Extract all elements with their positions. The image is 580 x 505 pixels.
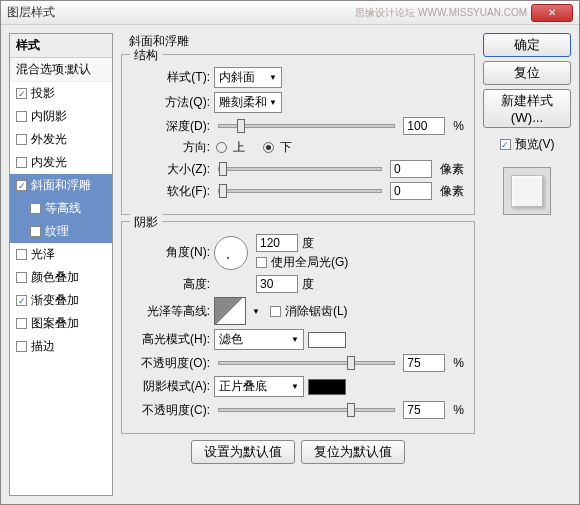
shadow-opacity-label: 不透明度(C): <box>132 402 210 419</box>
altitude-label: 高度: <box>132 276 210 293</box>
depth-slider[interactable] <box>218 124 395 128</box>
style-checkbox[interactable] <box>30 203 41 214</box>
panel-title: 斜面和浮雕 <box>129 33 475 50</box>
shadow-mode-label: 阴影模式(A): <box>132 378 210 395</box>
ok-button[interactable]: 确定 <box>483 33 571 57</box>
angle-input[interactable]: 120 <box>256 234 298 252</box>
style-checkbox[interactable] <box>16 157 27 168</box>
style-item-内阴影[interactable]: 内阴影 <box>10 105 112 128</box>
preview-swatch <box>503 167 551 215</box>
style-checkbox[interactable] <box>30 226 41 237</box>
style-item-外发光[interactable]: 外发光 <box>10 128 112 151</box>
layer-style-dialog: 图层样式 思缘设计论坛 WWW.MISSYUAN.COM ✕ 样式 混合选项:默… <box>0 0 580 505</box>
soften-label: 软化(F): <box>132 183 210 200</box>
chevron-down-icon: ▼ <box>291 382 299 391</box>
style-item-纹理[interactable]: 纹理 <box>10 220 112 243</box>
highlight-mode-label: 高光模式(H): <box>132 331 210 348</box>
style-item-label: 内发光 <box>31 154 67 171</box>
size-input[interactable]: 0 <box>390 160 432 178</box>
antialias-label: 消除锯齿(L) <box>285 303 348 320</box>
size-slider[interactable] <box>218 167 382 171</box>
style-checkbox[interactable] <box>16 249 27 260</box>
blending-options[interactable]: 混合选项:默认 <box>10 58 112 82</box>
style-checkbox[interactable] <box>16 111 27 122</box>
altitude-input[interactable]: 30 <box>256 275 298 293</box>
chevron-down-icon: ▼ <box>291 335 299 344</box>
shadow-opacity-input[interactable]: 75 <box>403 401 445 419</box>
style-item-颜色叠加[interactable]: 颜色叠加 <box>10 266 112 289</box>
style-item-描边[interactable]: 描边 <box>10 335 112 358</box>
gloss-contour-picker[interactable] <box>214 297 246 325</box>
style-item-label: 渐变叠加 <box>31 292 79 309</box>
new-style-button[interactable]: 新建样式(W)... <box>483 89 571 128</box>
shadow-opacity-unit: % <box>453 403 464 417</box>
style-item-光泽[interactable]: 光泽 <box>10 243 112 266</box>
style-item-label: 颜色叠加 <box>31 269 79 286</box>
shadow-mode-select[interactable]: 正片叠底▼ <box>214 376 304 397</box>
dialog-buttons: 确定 复位 新建样式(W)... ✓ 预览(V) <box>483 33 571 496</box>
shading-legend: 阴影 <box>130 214 162 231</box>
style-checkbox[interactable] <box>16 341 27 352</box>
shadow-opacity-slider[interactable] <box>218 408 395 412</box>
titlebar[interactable]: 图层样式 思缘设计论坛 WWW.MISSYUAN.COM ✕ <box>1 1 579 25</box>
reset-default-button[interactable]: 复位为默认值 <box>301 440 405 464</box>
preview-checkbox[interactable]: ✓ <box>500 139 511 150</box>
shadow-color-swatch[interactable] <box>308 379 346 395</box>
soften-input[interactable]: 0 <box>390 182 432 200</box>
style-item-内发光[interactable]: 内发光 <box>10 151 112 174</box>
highlight-opacity-slider[interactable] <box>218 361 395 365</box>
style-checkbox[interactable]: ✓ <box>16 295 27 306</box>
angle-label: 角度(N): <box>132 244 210 261</box>
structure-legend: 结构 <box>130 47 162 64</box>
chevron-down-icon[interactable]: ▼ <box>252 307 260 316</box>
global-light-label: 使用全局光(G) <box>271 254 348 271</box>
preview-label: 预览(V) <box>515 136 555 153</box>
chevron-down-icon: ▼ <box>269 73 277 82</box>
depth-label: 深度(D): <box>132 118 210 135</box>
direction-down-radio[interactable] <box>263 142 274 153</box>
style-item-斜面和浮雕[interactable]: ✓斜面和浮雕 <box>10 174 112 197</box>
size-label: 大小(Z): <box>132 161 210 178</box>
style-item-label: 光泽 <box>31 246 55 263</box>
style-item-图案叠加[interactable]: 图案叠加 <box>10 312 112 335</box>
window-title: 图层样式 <box>7 4 355 21</box>
style-checkbox[interactable]: ✓ <box>16 180 27 191</box>
size-unit: 像素 <box>440 161 464 178</box>
style-checkbox[interactable] <box>16 318 27 329</box>
altitude-unit: 度 <box>302 276 314 293</box>
cancel-button[interactable]: 复位 <box>483 61 571 85</box>
shading-group: 阴影 角度(N): 120 度 使用全局光(G) <box>121 221 475 434</box>
style-item-投影[interactable]: ✓投影 <box>10 82 112 105</box>
highlight-opacity-label: 不透明度(O): <box>132 355 210 372</box>
style-item-label: 斜面和浮雕 <box>31 177 91 194</box>
settings-panel: 斜面和浮雕 结构 样式(T): 内斜面▼ 方法(Q): 雕刻柔和▼ 深度(D):… <box>121 33 475 496</box>
style-select[interactable]: 内斜面▼ <box>214 67 282 88</box>
style-checkbox[interactable]: ✓ <box>16 88 27 99</box>
direction-label: 方向: <box>132 139 210 156</box>
highlight-opacity-unit: % <box>453 356 464 370</box>
depth-unit: % <box>453 119 464 133</box>
highlight-color-swatch[interactable] <box>308 332 346 348</box>
style-checkbox[interactable] <box>16 134 27 145</box>
soften-unit: 像素 <box>440 183 464 200</box>
global-light-checkbox[interactable] <box>256 257 267 268</box>
style-item-label: 等高线 <box>45 200 81 217</box>
antialias-checkbox[interactable] <box>270 306 281 317</box>
soften-slider[interactable] <box>218 189 382 193</box>
style-item-等高线[interactable]: 等高线 <box>10 197 112 220</box>
direction-up-radio[interactable] <box>216 142 227 153</box>
close-icon[interactable]: ✕ <box>531 4 573 22</box>
style-item-渐变叠加[interactable]: ✓渐变叠加 <box>10 289 112 312</box>
depth-input[interactable]: 100 <box>403 117 445 135</box>
angle-unit: 度 <box>302 235 314 252</box>
technique-select[interactable]: 雕刻柔和▼ <box>214 92 282 113</box>
highlight-mode-select[interactable]: 滤色▼ <box>214 329 304 350</box>
angle-dial[interactable] <box>214 236 248 270</box>
make-default-button[interactable]: 设置为默认值 <box>191 440 295 464</box>
style-checkbox[interactable] <box>16 272 27 283</box>
style-label: 样式(T): <box>132 69 210 86</box>
styles-list: 样式 混合选项:默认 ✓投影内阴影外发光内发光✓斜面和浮雕等高线纹理光泽颜色叠加… <box>9 33 113 496</box>
technique-label: 方法(Q): <box>132 94 210 111</box>
style-item-label: 图案叠加 <box>31 315 79 332</box>
highlight-opacity-input[interactable]: 75 <box>403 354 445 372</box>
